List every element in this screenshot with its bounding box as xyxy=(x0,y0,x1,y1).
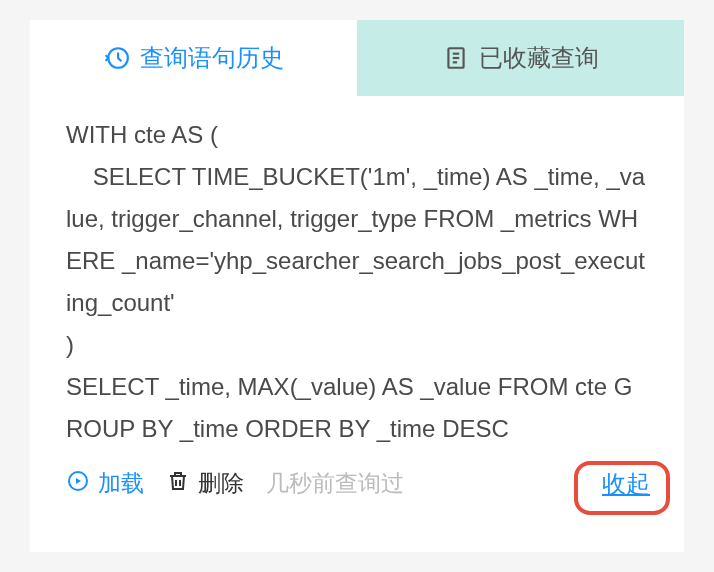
document-icon xyxy=(443,45,469,71)
tabs-container: 查询语句历史 已收藏查询 xyxy=(30,20,684,96)
trash-icon xyxy=(166,469,190,499)
load-label: 加载 xyxy=(98,468,144,499)
tab-history-label: 查询语句历史 xyxy=(140,42,284,74)
collapse-button[interactable]: 收起 xyxy=(602,468,650,500)
delete-label: 删除 xyxy=(198,468,244,499)
query-content: WITH cte AS ( SELECT TIME_BUCKET('1m', _… xyxy=(30,96,684,460)
load-button[interactable]: 加载 xyxy=(66,468,144,499)
query-text: WITH cte AS ( SELECT TIME_BUCKET('1m', _… xyxy=(66,114,648,450)
query-timestamp: 几秒前查询过 xyxy=(266,468,404,499)
actions-bar: 加载 删除 几秒前查询过 收起 xyxy=(30,460,684,509)
tab-history[interactable]: 查询语句历史 xyxy=(30,20,357,96)
tab-favorites[interactable]: 已收藏查询 xyxy=(357,20,684,96)
history-icon xyxy=(104,45,130,71)
tab-favorites-label: 已收藏查询 xyxy=(479,42,599,74)
play-circle-icon xyxy=(66,469,90,499)
query-panel: 查询语句历史 已收藏查询 WITH cte AS ( SELECT TIME_B… xyxy=(30,20,684,552)
delete-button[interactable]: 删除 xyxy=(166,468,244,499)
